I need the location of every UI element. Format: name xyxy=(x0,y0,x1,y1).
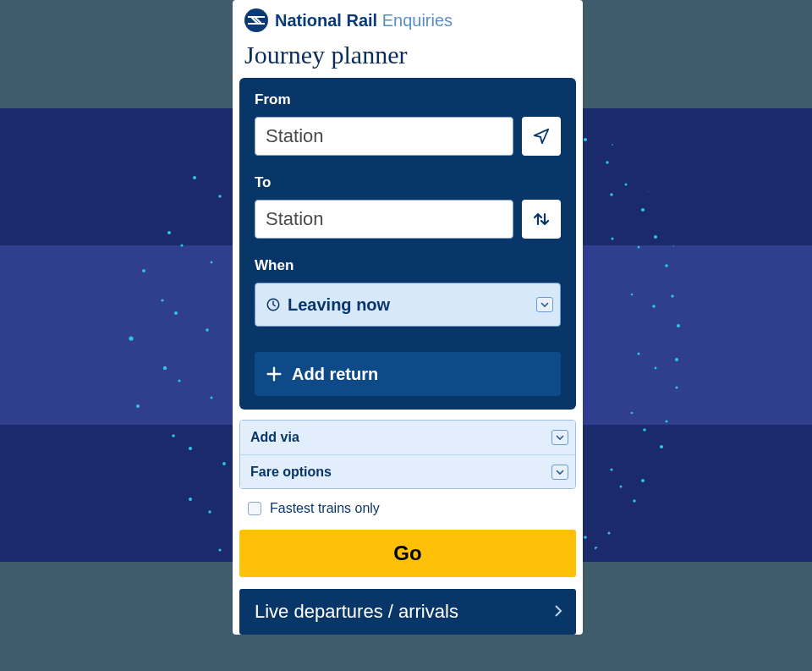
brand-text: National Rail Enquiries xyxy=(275,11,453,30)
from-placeholder: Station xyxy=(266,125,324,147)
journey-form: From Station To Station When Leaving now xyxy=(239,78,576,410)
add-return-button[interactable]: Add return xyxy=(255,352,561,396)
chevron-down-icon xyxy=(551,465,568,480)
swap-button[interactable] xyxy=(522,200,561,239)
clock-icon xyxy=(266,297,281,312)
locate-button[interactable] xyxy=(522,117,561,156)
fare-options-row[interactable]: Fare options xyxy=(240,454,575,488)
fastest-only-label: Fastest trains only xyxy=(270,501,380,516)
chevron-down-icon xyxy=(536,297,553,312)
go-label: Go xyxy=(393,542,421,565)
nr-logo-icon xyxy=(244,8,268,32)
chevron-right-icon xyxy=(554,601,562,623)
swap-arrows-icon xyxy=(531,209,551,229)
phone-frame: National Rail Enquiries Journey planner … xyxy=(233,0,583,635)
fastest-only-checkbox[interactable] xyxy=(248,502,261,515)
when-value: Leaving now xyxy=(288,295,390,315)
add-via-row[interactable]: Add via xyxy=(240,421,575,454)
location-arrow-icon xyxy=(532,127,551,146)
chevron-down-icon xyxy=(551,430,568,445)
fastest-only-row[interactable]: Fastest trains only xyxy=(233,489,583,530)
add-via-label: Add via xyxy=(250,430,299,445)
go-button[interactable]: Go xyxy=(239,530,576,577)
add-return-label: Add return xyxy=(292,365,378,384)
to-input[interactable]: Station xyxy=(255,200,513,239)
when-label: When xyxy=(255,257,561,274)
page-title: Journey planner xyxy=(233,37,583,78)
live-departures-button[interactable]: Live departures / arrivals xyxy=(239,589,576,635)
from-label: From xyxy=(255,91,561,108)
plus-icon xyxy=(265,365,283,383)
to-label: To xyxy=(255,174,561,191)
brand-light: Enquiries xyxy=(382,11,453,30)
brand-strong: National Rail xyxy=(275,11,377,30)
header: National Rail Enquiries xyxy=(233,0,583,37)
from-input[interactable]: Station xyxy=(255,117,513,156)
to-placeholder: Station xyxy=(266,208,324,230)
live-departures-label: Live departures / arrivals xyxy=(255,601,458,623)
options-panel: Add via Fare options xyxy=(239,420,576,489)
fare-options-label: Fare options xyxy=(250,465,332,480)
when-button[interactable]: Leaving now xyxy=(255,283,561,327)
